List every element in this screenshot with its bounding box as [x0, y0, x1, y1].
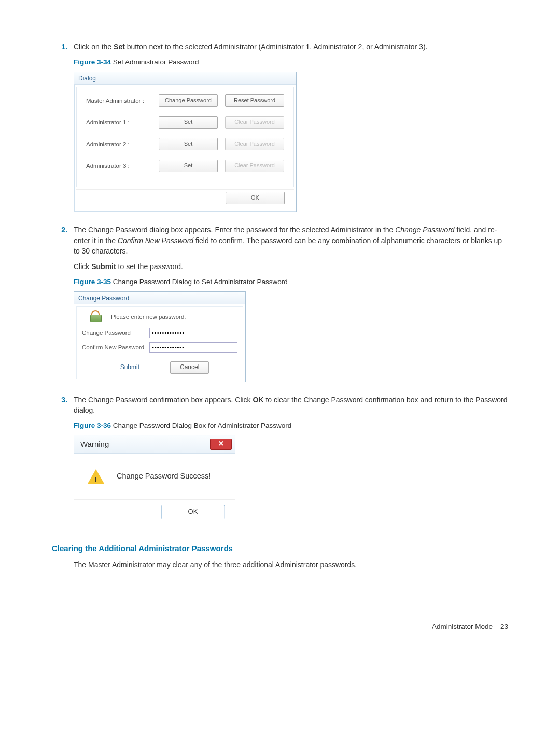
warning-message: Change Password Success!	[117, 471, 211, 482]
set-button[interactable]: Set	[159, 138, 218, 150]
step-3: 3. The Change Password confirmation box …	[52, 395, 508, 416]
dialog-set-admin-password: Dialog Master Administrator : Change Pas…	[74, 72, 297, 212]
figure-34-caption: Figure 3-34 Set Administrator Password	[74, 57, 508, 67]
figure-35-caption: Figure 3-35 Change Password Dialog to Se…	[74, 277, 508, 287]
dialog-footer: OK	[74, 499, 235, 528]
step-body: The Change Password dialog box appears. …	[74, 224, 508, 272]
row-master-admin: Master Administrator : Change Password R…	[86, 94, 284, 107]
page-footer: Administrator Mode 23	[52, 622, 508, 632]
dialog-body: Please enter new password. Change Passwo…	[76, 306, 243, 379]
row-admin-1: Administrator 1 : Set Clear Password	[86, 116, 284, 129]
dialog-footer: Submit Cancel	[82, 357, 237, 374]
close-icon[interactable]: ✕	[210, 439, 232, 450]
step-number: 2.	[52, 224, 74, 272]
dialog-header: Please enter new password.	[82, 311, 237, 322]
dialog-footer: OK	[76, 189, 294, 209]
row-admin-2: Administrator 2 : Set Clear Password	[86, 138, 284, 150]
submit-button[interactable]: Submit	[110, 361, 149, 373]
figure-36-caption: Figure 3-36 Change Password Dialog Box f…	[74, 420, 508, 431]
dialog-warning: Warning ✕ Change Password Success! OK	[74, 435, 235, 528]
ok-button[interactable]: OK	[161, 505, 225, 519]
change-password-row: Change Password	[82, 328, 237, 338]
section-heading: Clearing the Additional Administrator Pa…	[52, 543, 508, 554]
section-paragraph: The Master Administrator may clear any o…	[74, 559, 508, 570]
step-body: Click on the Set button next to the sele…	[74, 41, 508, 52]
step-1: 1. Click on the Set button next to the s…	[52, 41, 508, 52]
row-admin-3: Administrator 3 : Set Clear Password	[86, 160, 284, 172]
ok-button[interactable]: OK	[226, 192, 285, 204]
reset-password-button[interactable]: Reset Password	[225, 94, 284, 107]
dialog-title: Dialog	[74, 72, 296, 85]
confirm-password-input[interactable]	[149, 342, 237, 353]
dialog-title: Warning	[80, 439, 109, 450]
set-button[interactable]: Set	[159, 116, 218, 129]
change-password-input[interactable]	[149, 328, 237, 338]
step-body: The Change Password confirmation box app…	[74, 395, 508, 416]
step-number: 1.	[52, 41, 74, 52]
step-2: 2. The Change Password dialog box appear…	[52, 224, 508, 272]
dialog-body: Master Administrator : Change Password R…	[76, 87, 294, 187]
clear-password-button: Clear Password	[225, 116, 284, 129]
change-password-button[interactable]: Change Password	[159, 94, 218, 107]
dialog-titlebar: Warning ✕	[74, 435, 235, 454]
lock-icon	[90, 311, 101, 322]
cancel-button[interactable]: Cancel	[170, 361, 209, 373]
confirm-password-row: Confirm New Password	[82, 342, 237, 353]
clear-password-button: Clear Password	[225, 138, 284, 150]
clear-password-button: Clear Password	[225, 160, 284, 172]
warning-icon	[88, 469, 104, 484]
set-button[interactable]: Set	[159, 160, 218, 172]
dialog-body: Change Password Success!	[74, 454, 235, 499]
step-number: 3.	[52, 395, 74, 416]
dialog-title: Change Password	[74, 292, 245, 304]
dialog-change-password: Change Password Please enter new passwor…	[74, 291, 246, 382]
